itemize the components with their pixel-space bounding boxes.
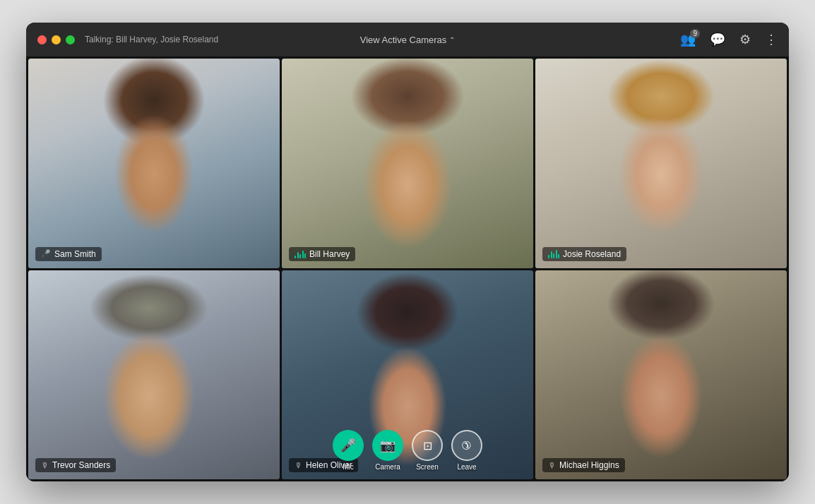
screen-button-circle[interactable]: ⊡ — [412, 430, 443, 461]
participant-name: Trevor Sanders — [52, 460, 110, 470]
participant-name: Bill Harvey — [309, 249, 350, 259]
wave-icon — [548, 250, 559, 258]
participants-icon[interactable]: 👥 9 — [680, 32, 696, 47]
wave-icon — [295, 250, 306, 258]
video-cell-helen-oliver: 🎙 Helen Oliver 🎤 Mic 📷 Camera ⊡ Screen — [282, 270, 533, 480]
titlebar-center: View Active Cameras ⌃ — [360, 35, 456, 45]
name-label-josie-roseland: Josie Roseland — [542, 247, 626, 261]
mic-control[interactable]: 🎤 Mic — [333, 430, 364, 471]
titlebar: Talking: Bill Harvey, Josie Roseland Vie… — [26, 23, 789, 56]
chevron-icon: ⌃ — [449, 36, 455, 44]
talking-status: Talking: Bill Harvey, Josie Roseland — [85, 35, 218, 44]
more-icon[interactable]: ⋮ — [765, 32, 778, 47]
mic-muted-icon: 🎙 — [295, 461, 302, 469]
name-label-trevor-sanders: 🎙 Trevor Sanders — [35, 458, 116, 472]
name-label-sam-smith: 🎤 Sam Smith — [35, 247, 102, 261]
name-label-bill-harvey: Bill Harvey — [289, 247, 355, 261]
name-label-michael-higgins: 🎙 Michael Higgins — [542, 458, 625, 472]
traffic-lights — [37, 35, 75, 44]
mic-button-circle[interactable]: 🎤 — [333, 430, 364, 461]
mic-muted-icon: 🎙 — [41, 461, 49, 469]
titlebar-right: 👥 9 💬 ⚙ ⋮ — [680, 32, 778, 47]
controls-bar: 🎤 Mic 📷 Camera ⊡ Screen ✆ Leave — [333, 430, 482, 471]
minimize-button[interactable] — [52, 35, 61, 44]
leave-button-circle[interactable]: ✆ — [445, 424, 489, 467]
screen-control[interactable]: ⊡ Screen — [412, 430, 443, 471]
screen-label: Screen — [416, 463, 439, 471]
participant-name: Sam Smith — [54, 249, 96, 259]
close-button[interactable] — [37, 35, 47, 44]
camera-button-circle[interactable]: 📷 — [372, 430, 403, 461]
camera-control[interactable]: 📷 Camera — [372, 430, 403, 471]
video-grid: 🎤 Sam Smith Bill Harvey — [26, 56, 789, 481]
video-cell-trevor-sanders: 🎙 Trevor Sanders — [28, 270, 280, 480]
video-cell-sam-smith: 🎤 Sam Smith — [28, 59, 280, 268]
video-cell-bill-harvey: Bill Harvey — [282, 59, 533, 268]
video-cell-josie-roseland: Josie Roseland — [535, 59, 787, 268]
participants-count: 9 — [690, 29, 700, 38]
main-window: Talking: Bill Harvey, Josie Roseland Vie… — [26, 23, 789, 481]
camera-label: Camera — [375, 463, 400, 471]
video-cell-michael-higgins: 🎙 Michael Higgins — [535, 270, 787, 480]
mic-muted-icon: 🎙 — [548, 461, 556, 469]
participant-name: Michael Higgins — [559, 460, 619, 470]
leave-label: Leave — [457, 463, 476, 471]
maximize-button[interactable] — [66, 35, 75, 44]
chat-icon[interactable]: 💬 — [710, 32, 725, 47]
participant-name: Josie Roseland — [563, 249, 621, 259]
view-cameras-button[interactable]: View Active Cameras ⌃ — [360, 35, 456, 45]
leave-control[interactable]: ✆ Leave — [451, 430, 482, 471]
mic-label: Mic — [343, 463, 354, 471]
settings-icon[interactable]: ⚙ — [739, 32, 751, 47]
mic-icon: 🎤 — [41, 249, 51, 258]
